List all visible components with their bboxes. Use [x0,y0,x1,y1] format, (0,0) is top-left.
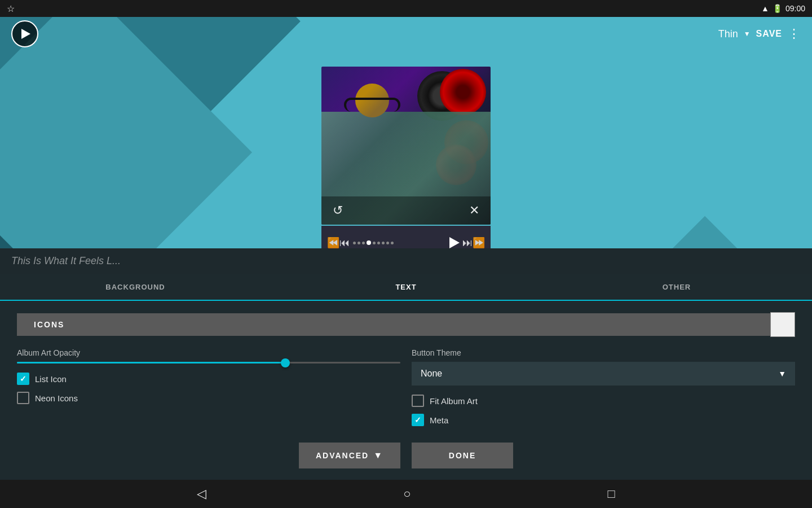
list-icon-checkbox[interactable]: ✓ [17,373,29,385]
check-mark: ✓ [20,374,27,383]
fit-album-art-checkbox-row[interactable]: Fit Album Art [412,395,795,407]
song-title: This Is What It Feels L... [11,255,121,267]
neon-icons-checkbox[interactable] [17,392,29,404]
bottom-panel: This Is What It Feels L... BACKGROUND TE… [0,248,812,480]
song-title-bar: This Is What It Feels L... [0,248,812,274]
tab-text[interactable]: TEXT [271,274,541,301]
content-area: ICONS Album Art Opacity ✓ [0,301,812,480]
icons-color-swatch[interactable] [770,312,795,337]
button-theme-chevron: ▼ [778,369,786,378]
nav-bar: ◁ ○ □ [0,480,812,508]
album-art: ↺ ✕ [321,67,491,225]
album-art-opacity-setting: Album Art Opacity [17,348,400,364]
album-overlay: ↺ ✕ [321,196,491,225]
slider-thumb[interactable] [281,358,290,367]
slider-fill [17,362,285,364]
next-icon[interactable]: ⏭ [462,237,473,249]
meta-checkbox-row[interactable]: ✓ Meta [412,414,795,426]
recents-nav-icon[interactable]: □ [608,487,615,501]
progress-area [353,240,442,245]
advanced-chevron-icon: ▼ [373,450,383,461]
album-art-opacity-label: Album Art Opacity [17,348,400,357]
save-button[interactable]: SAVE [756,29,782,39]
tabs: BACKGROUND TEXT OTHER [0,274,812,301]
button-theme-selected: None [421,369,442,379]
list-icon-checkbox-row[interactable]: ✓ List Icon [17,373,400,385]
advanced-label: ADVANCED [316,451,369,460]
album-art-opacity-slider[interactable] [17,362,400,364]
fast-forward-icon[interactable]: ⏩ [473,237,485,249]
icons-row: ICONS [17,312,795,337]
button-theme-label: Button Theme [412,348,795,357]
button-theme-dropdown[interactable]: None ▼ [412,362,795,386]
play-button[interactable] [11,20,38,47]
action-bar: Thin ▼ SAVE ⋮ [0,17,812,51]
tab-other[interactable]: OTHER [541,274,812,301]
neon-icons-checkbox-row[interactable]: Neon Icons [17,392,400,404]
headphones [344,98,400,112]
neon-icons-label: Neon Icons [35,393,78,403]
shuffle-overlay-icon[interactable]: ↺ [333,203,343,218]
fit-album-art-checkbox[interactable] [412,395,424,407]
meta-checkbox[interactable]: ✓ [412,414,424,426]
icons-label[interactable]: ICONS [17,313,770,336]
back-nav-icon[interactable]: ◁ [197,487,206,501]
tab-background[interactable]: BACKGROUND [0,274,271,301]
play-main-icon [449,237,460,248]
android-icon: ☆ [7,3,15,14]
advanced-button[interactable]: ADVANCED ▼ [299,443,400,468]
fit-album-art-label: Fit Album Art [430,396,478,406]
done-button[interactable]: DONE [412,443,513,468]
meta-check-mark: ✓ [414,415,421,424]
vinyl-2 [440,69,486,115]
more-options-button[interactable]: ⋮ [788,27,801,41]
list-icon-label: List Icon [35,374,67,384]
right-column: Button Theme None ▼ Fit Album Art ✓ [412,348,795,433]
time-display: 09:00 [785,4,805,13]
wifi-icon: ▲ [761,4,769,13]
font-selector-label: Thin [718,28,738,40]
album-art-container: ↺ ✕ [321,67,491,225]
left-column: Album Art Opacity ✓ List Icon [17,348,400,433]
settings-columns: Album Art Opacity ✓ List Icon [17,348,795,433]
play-icon [21,29,30,39]
close-overlay-icon[interactable]: ✕ [469,203,479,218]
done-label: DONE [449,451,476,460]
home-nav-icon[interactable]: ○ [403,487,411,501]
status-bar: ☆ ▲ 🔋 09:00 [0,0,812,17]
action-buttons: ADVANCED ▼ DONE [0,443,812,468]
font-dropdown-arrow[interactable]: ▼ [744,30,751,38]
meta-label: Meta [430,415,448,425]
prev-icon[interactable]: ⏮ [339,237,350,249]
rewind-icon[interactable]: ⏪ [327,237,339,249]
button-theme-setting: Button Theme None ▼ [412,348,795,386]
battery-icon: 🔋 [773,4,782,13]
